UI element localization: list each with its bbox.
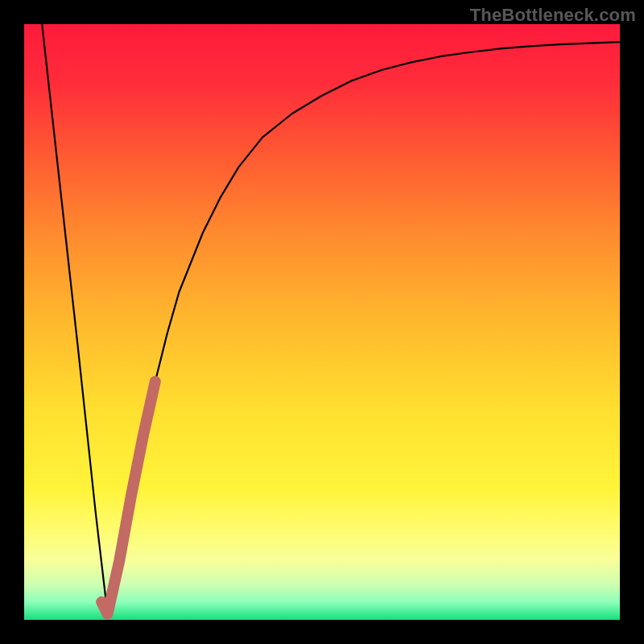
- chart-plot: [24, 24, 620, 620]
- plot-background: [24, 24, 620, 620]
- watermark-text: TheBottleneck.com: [470, 5, 636, 26]
- chart-container: TheBottleneck.com: [0, 0, 644, 644]
